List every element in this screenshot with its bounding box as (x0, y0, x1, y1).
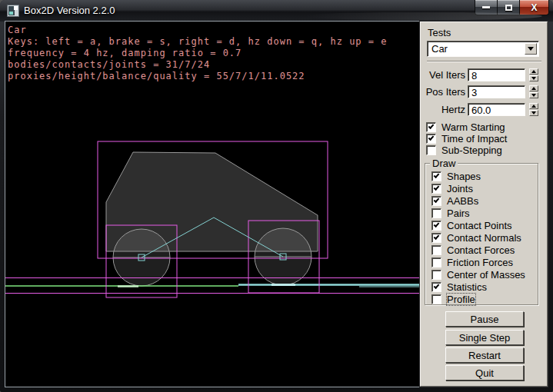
single-step-button[interactable]: Single Step (445, 330, 524, 345)
restart-button[interactable]: Restart (445, 347, 524, 363)
tests-label: Tests (428, 27, 451, 38)
minimize-icon (482, 6, 490, 8)
window-title: Box2D Version 2.2.0 (24, 5, 115, 16)
pos-iters-label: Pos Iters (421, 86, 465, 98)
pos-iters-spinner (529, 85, 538, 98)
arrow-down-icon (531, 111, 536, 115)
checkbox-icon (431, 184, 441, 194)
joints-label: Joints (447, 183, 473, 194)
separator (427, 61, 541, 62)
aabbs-label: AABBs (447, 195, 478, 207)
warm-starting-label: Warm Starting (441, 121, 505, 133)
check-icon (434, 283, 440, 289)
check-icon (434, 221, 440, 228)
simulation-canvas[interactable]: CarKeys: left = a, brake = s, right = d,… (5, 22, 420, 387)
check-icon (434, 234, 440, 240)
pos-iters-up-button[interactable] (529, 85, 538, 91)
checkbox-icon (426, 122, 436, 132)
quit-button[interactable]: Quit (445, 365, 524, 380)
check-icon (434, 197, 440, 203)
maximize-button[interactable] (498, 0, 520, 15)
hertz-down-button[interactable] (529, 110, 538, 116)
checkbox-icon (431, 257, 441, 267)
test-select-arrow-button[interactable] (525, 43, 537, 55)
hertz-spinner (529, 103, 538, 116)
draw-group-label: Draw (430, 158, 458, 169)
checkbox-icon (426, 134, 436, 144)
proxies-stats-text: proxies/height/balance/quality = 55/7/1/… (8, 71, 387, 82)
pos-iters-down-button[interactable] (529, 92, 538, 98)
check-icon (434, 184, 440, 191)
maximize-icon (505, 5, 512, 11)
hertz-label: Hertz (421, 104, 465, 115)
hertz-row: Hertz 60.0 (421, 103, 548, 116)
checkbox-icon (431, 270, 441, 280)
test-title-text: Car (8, 25, 387, 36)
test-select[interactable]: Car (427, 41, 539, 57)
frequency-text: frequency = 4 hz, damping ratio = 0.7 (8, 48, 387, 59)
arrow-up-icon (531, 87, 536, 90)
hertz-input[interactable]: 60.0 (468, 103, 525, 116)
arrow-down-icon (531, 77, 536, 80)
checkbox-icon (431, 294, 441, 304)
control-panel: Tests Car Vel Iters 8 Pos Iters 3 (420, 22, 548, 387)
statistics-label: Statistics (447, 281, 487, 293)
center-of-masses-label: Center of Masses (447, 269, 525, 281)
vel-iters-row: Vel Iters 8 (421, 68, 548, 81)
hertz-up-button[interactable] (529, 103, 538, 109)
minimize-button[interactable] (475, 0, 498, 15)
friction-forces-label: Friction Forces (447, 257, 513, 268)
check-icon (428, 123, 435, 129)
contact-normals-label: Contact Normals (447, 232, 521, 244)
sub-stepping-label: Sub-Stepping (441, 145, 502, 156)
vel-iters-input[interactable]: 8 (468, 68, 525, 81)
pause-button[interactable]: Pause (445, 311, 524, 327)
checkbox-icon (431, 221, 441, 231)
shapes-label: Shapes (447, 171, 481, 182)
vel-iters-down-button[interactable] (529, 75, 538, 81)
checkbox-icon (431, 233, 441, 243)
arrow-up-icon (531, 105, 536, 108)
time-of-impact-label: Time of Impact (441, 133, 507, 145)
pos-iters-row: Pos Iters 3 (421, 85, 548, 98)
title-bar[interactable]: Box2D Version 2.2.0 X (0, 0, 553, 22)
contact-forces-label: Contact Forces (447, 244, 515, 256)
profile-label: Profile (447, 294, 475, 305)
check-icon (434, 172, 440, 178)
check-icon (428, 135, 435, 141)
close-icon: X (531, 3, 537, 12)
checkbox-icon (431, 208, 441, 218)
checkbox-icon (431, 245, 441, 255)
checkbox-icon (431, 171, 441, 181)
client-area: CarKeys: left = a, brake = s, right = d,… (5, 22, 548, 387)
checkbox-icon (431, 282, 441, 292)
close-button[interactable]: X (520, 0, 549, 15)
checkbox-icon (431, 196, 441, 206)
test-select-value: Car (431, 43, 448, 55)
vel-iters-label: Vel Iters (421, 69, 465, 81)
contact-points-label: Contact Points (447, 220, 512, 231)
vel-iters-spinner (529, 68, 538, 81)
app-icon (7, 5, 19, 17)
bodies-stats-text: bodies/contacts/joints = 31/7/24 (8, 59, 387, 71)
arrow-up-icon (531, 70, 536, 73)
checkbox-icon (426, 145, 436, 155)
chevron-down-icon (528, 47, 534, 51)
keys-help-text: Keys: left = a, brake = s, right = d, hz… (8, 36, 387, 48)
pos-iters-input[interactable]: 3 (468, 85, 525, 98)
stats-overlay: CarKeys: left = a, brake = s, right = d,… (8, 25, 387, 82)
caption-buttons: X (475, 0, 549, 16)
pairs-label: Pairs (447, 208, 470, 219)
vel-iters-up-button[interactable] (529, 68, 538, 75)
arrow-down-icon (531, 94, 536, 97)
app-window: Box2D Version 2.2.0 X (0, 0, 553, 392)
